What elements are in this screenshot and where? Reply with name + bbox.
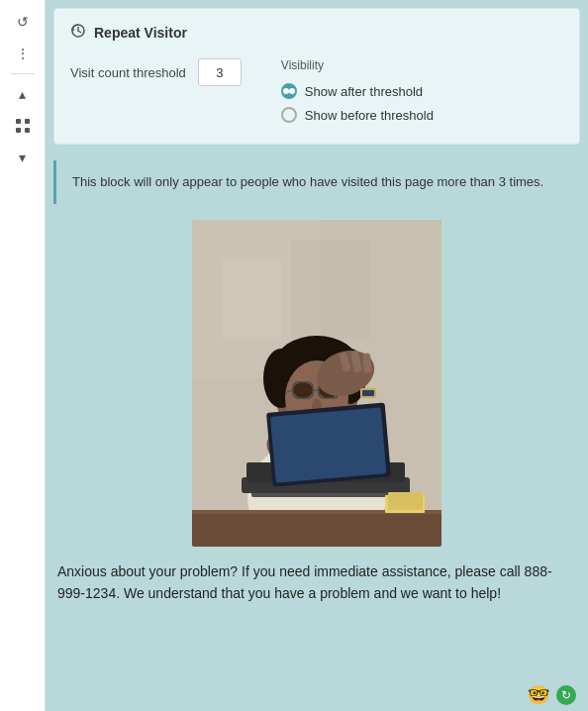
sidebar-divider <box>11 73 35 74</box>
glasses-emoji: 🤓 <box>528 684 549 706</box>
svg-rect-2 <box>16 128 21 133</box>
sidebar: ↺ ⋮ ▴ ▾ <box>0 0 46 711</box>
svg-rect-35 <box>270 407 386 483</box>
main-content: Repeat Visitor Visit count threshold Vis… <box>46 0 588 711</box>
panel-title: Repeat Visitor <box>94 25 187 41</box>
down-arrow-icon[interactable]: ▾ <box>7 144 39 171</box>
emoji-glasses-icon[interactable]: 🤓 <box>527 683 550 707</box>
radio-after-icon <box>281 83 297 99</box>
radio-before-icon <box>281 107 297 123</box>
up-arrow-icon[interactable]: ▴ <box>7 80 39 108</box>
info-text: This block will only appear to people wh… <box>72 174 543 189</box>
svg-rect-1 <box>25 119 30 124</box>
visit-count-input[interactable] <box>198 58 242 86</box>
more-options-icon[interactable]: ⋮ <box>7 40 39 67</box>
svg-rect-30 <box>362 390 374 396</box>
image-container <box>53 220 580 547</box>
svg-point-16 <box>293 382 313 398</box>
radio-before-label: Show before threshold <box>305 108 434 123</box>
bottom-text: Anxious about your problem? If you need … <box>53 560 580 605</box>
svg-rect-8 <box>222 259 281 339</box>
refresh-button[interactable]: ↻ <box>556 685 576 705</box>
person-image <box>192 220 441 547</box>
svg-rect-0 <box>16 119 21 124</box>
panel-body: Visit count threshold Visibility Show af… <box>70 58 563 126</box>
radio-after-label: Show after threshold <box>305 84 423 99</box>
visibility-label: Visibility <box>281 58 434 72</box>
svg-rect-36 <box>192 512 441 547</box>
settings-panel: Repeat Visitor Visit count threshold Vis… <box>53 8 580 145</box>
visit-count-label: Visit count threshold <box>70 65 186 80</box>
visit-count-section: Visit count threshold <box>70 58 242 86</box>
info-block: This block will only appear to people wh… <box>53 160 580 204</box>
refresh-icon: ↻ <box>561 688 571 702</box>
radio-before-threshold[interactable]: Show before threshold <box>281 104 434 126</box>
radio-after-threshold[interactable]: Show after threshold <box>281 80 434 102</box>
bottom-toolbar: 🤓 ↻ <box>527 683 576 707</box>
svg-rect-7 <box>291 240 370 339</box>
svg-rect-39 <box>388 492 423 510</box>
visibility-section: Visibility Show after threshold Show bef… <box>281 58 434 126</box>
repeat-visitor-icon <box>70 23 86 43</box>
history-icon[interactable]: ↺ <box>7 8 39 36</box>
panel-header: Repeat Visitor <box>70 23 563 43</box>
svg-rect-3 <box>25 128 30 133</box>
bottom-text-content: Anxious about your problem? If you need … <box>57 563 552 601</box>
grid-icon[interactable] <box>7 112 39 140</box>
